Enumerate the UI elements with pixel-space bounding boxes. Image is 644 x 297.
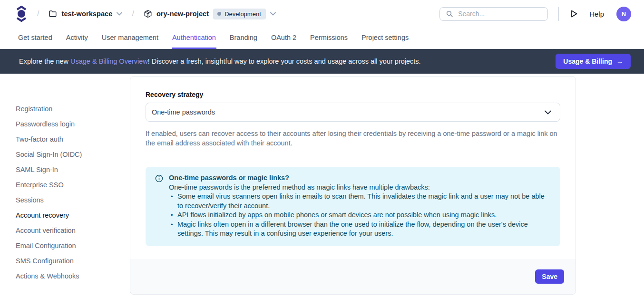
usage-billing-banner: Explore the new Usage & Billing Overview… (0, 49, 644, 74)
environment-label: Development (224, 10, 261, 18)
recovery-strategy-select[interactable]: One-time passwords (146, 103, 560, 122)
play-button[interactable] (568, 8, 580, 20)
sidebar-item-saml-sign-in[interactable]: SAML Sign-In (0, 162, 130, 177)
callout-body: One-time passwords or magic links? One-t… (169, 173, 551, 239)
help-link[interactable]: Help (586, 10, 607, 18)
top-bar: / test-workspace / ory-new-project D (0, 0, 644, 28)
authentication-sidebar: Registration Passwordless login Two-fact… (0, 101, 130, 284)
tab-oauth2[interactable]: OAuth 2 (271, 28, 297, 49)
sidebar-item-actions-webhooks[interactable]: Actions & Webhooks (0, 268, 130, 284)
info-icon (155, 173, 163, 239)
callout-title: One-time passwords or magic links? (169, 173, 551, 183)
usage-billing-overview-link[interactable]: Usage & Billing Overview (70, 57, 148, 65)
tab-permissions[interactable]: Permissions (310, 28, 348, 49)
chevron-down-icon (270, 12, 276, 16)
tab-activity[interactable]: Activity (66, 28, 88, 49)
environment-badge: Development (213, 9, 266, 19)
ory-logo-icon[interactable] (15, 6, 28, 22)
breadcrumb-separator: / (34, 10, 42, 18)
callout-bullet: API flows initialized by apps on mobile … (171, 211, 551, 220)
sidebar-item-account-verification[interactable]: Account verification (0, 223, 130, 238)
tab-project-settings[interactable]: Project settings (361, 28, 409, 49)
sidebar-item-passwordless-login[interactable]: Passwordless login (0, 116, 130, 132)
tab-authentication[interactable]: Authentication (172, 28, 216, 49)
callout-bullet-list: Some email virus scanners open links in … (169, 192, 551, 239)
card-footer: Save (130, 259, 576, 294)
sidebar-item-sms-configuration[interactable]: SMS Configuration (0, 253, 130, 268)
sidebar-item-sessions[interactable]: Sessions (0, 192, 130, 208)
sidebar-item-account-recovery[interactable]: Account recovery (0, 208, 130, 223)
sidebar-item-registration[interactable]: Registration (0, 101, 130, 116)
sidebar-item-email-configuration[interactable]: Email Configuration (0, 238, 130, 253)
usage-billing-button-label: Usage & Billing (563, 57, 612, 65)
tab-branding[interactable]: Branding (229, 28, 258, 49)
search-box[interactable] (439, 7, 548, 21)
chevron-down-icon (545, 110, 551, 115)
search-input[interactable] (458, 10, 542, 18)
ory-console-page: / test-workspace / ory-new-project D (0, 0, 644, 297)
arrow-right-icon: → (616, 57, 623, 65)
breadcrumb-separator: / (129, 10, 137, 18)
sidebar-item-enterprise-sso[interactable]: Enterprise SSO (0, 177, 130, 192)
callout-bullet: Some email virus scanners open links in … (171, 192, 551, 211)
user-avatar[interactable]: N (616, 7, 631, 21)
card-content: Recovery strategy One-time passwords If … (130, 77, 576, 246)
project-breadcrumb[interactable]: ory-new-project Development (144, 9, 276, 19)
project-name: ory-new-project (156, 10, 209, 18)
callout-intro: One-time passwords is the preferred meth… (169, 183, 551, 192)
banner-text-suffix: ! Discover a fresh, insightful way to ex… (148, 57, 421, 65)
banner-text: Explore the new Usage & Billing Overview… (19, 57, 421, 65)
project-nav-tabs: Get started Activity User management Aut… (0, 28, 644, 49)
sidebar-item-two-factor-auth[interactable]: Two-factor auth (0, 132, 130, 147)
sidebar-item-social-sign-in[interactable]: Social Sign-In (OIDC) (0, 147, 130, 162)
environment-dot-icon (217, 12, 221, 16)
otp-magic-links-callout: One-time passwords or magic links? One-t… (146, 167, 560, 246)
tab-user-management[interactable]: User management (101, 28, 159, 49)
workspace-breadcrumb[interactable]: test-workspace (49, 10, 122, 18)
tab-get-started[interactable]: Get started (18, 28, 53, 49)
workspace-name: test-workspace (61, 10, 112, 18)
callout-bullet: Magic links often open in a different br… (171, 220, 551, 239)
folder-icon (49, 10, 57, 18)
recovery-strategy-description: If enabled, users can recover access to … (146, 129, 560, 148)
package-icon (144, 10, 152, 18)
account-recovery-card: Recovery strategy One-time passwords If … (130, 76, 576, 295)
usage-billing-button[interactable]: Usage & Billing → (556, 54, 631, 69)
recovery-strategy-value: One-time passwords (152, 108, 215, 116)
recovery-strategy-label: Recovery strategy (146, 91, 560, 98)
save-button[interactable]: Save (535, 269, 564, 284)
chevron-down-icon (117, 12, 122, 16)
search-icon (446, 10, 453, 18)
banner-text-prefix: Explore the new (19, 57, 70, 65)
topbar-divider (558, 7, 559, 21)
